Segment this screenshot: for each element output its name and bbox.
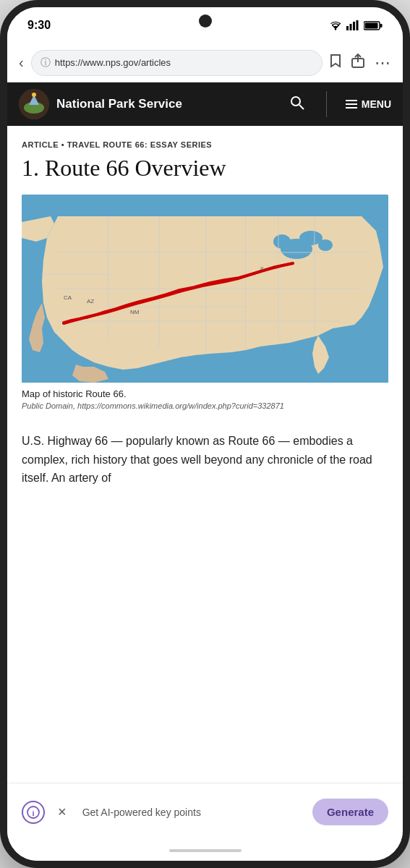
nps-menu-button[interactable]: MENU xyxy=(337,98,391,110)
home-indicator xyxy=(7,841,403,861)
article-title: 1. Route 66 Overview xyxy=(22,155,388,182)
svg-rect-2 xyxy=(350,24,352,30)
map-caption: Map of historic Route 66. xyxy=(22,388,388,399)
browser-bar: ‹ ⓘ https://www.nps.gov/articles ⋯ xyxy=(7,43,403,82)
status-time: 9:30 xyxy=(27,19,51,32)
svg-rect-1 xyxy=(346,26,349,30)
svg-text:NM: NM xyxy=(130,309,140,315)
svg-point-19 xyxy=(318,239,333,251)
signal-icon xyxy=(346,20,359,30)
route66-map: IL NM AZ CA xyxy=(22,195,388,383)
generate-button[interactable]: Generate xyxy=(312,799,388,825)
svg-point-13 xyxy=(291,97,300,106)
phone-frame: 9:30 ‹ xyxy=(0,0,410,868)
map-credit: Public Domain, https://commons.wikimedia… xyxy=(22,401,388,412)
article-body-text: U.S. Highway 66 — popularly known as Rou… xyxy=(22,432,388,488)
url-text: https://www.nps.gov/articles xyxy=(55,57,313,68)
article-tag: ARTICLE • TRAVEL ROUTE 66: ESSAY SERIES xyxy=(22,140,388,149)
map-container: IL NM AZ CA Map of historic Route 66. Pu… xyxy=(22,195,388,425)
svg-text:i: i xyxy=(32,808,34,817)
nps-title: National Park Service xyxy=(56,97,283,111)
svg-point-0 xyxy=(335,28,336,30)
home-bar xyxy=(169,849,242,852)
back-button[interactable]: ‹ xyxy=(19,54,24,71)
svg-point-17 xyxy=(273,234,291,249)
close-button[interactable]: × xyxy=(52,801,72,823)
battery-icon xyxy=(364,21,383,30)
bottom-ai-bar: i × Get AI-powered key points Generate xyxy=(7,783,403,841)
svg-line-14 xyxy=(299,105,304,109)
ai-info-icon: i xyxy=(22,801,45,824)
browser-actions: ⋯ xyxy=(330,54,391,72)
ai-label: Get AI-powered key points xyxy=(82,807,305,818)
svg-rect-7 xyxy=(365,22,378,28)
svg-text:AZ: AZ xyxy=(87,298,94,305)
svg-rect-4 xyxy=(356,20,359,30)
menu-label: MENU xyxy=(362,98,391,110)
article-content: ARTICLE • TRAVEL ROUTE 66: ESSAY SERIES … xyxy=(7,126,403,783)
wifi-icon xyxy=(329,21,342,30)
nps-logo xyxy=(19,89,49,119)
svg-rect-6 xyxy=(380,24,383,27)
nav-divider xyxy=(326,91,327,117)
svg-rect-3 xyxy=(353,22,355,30)
share-button[interactable] xyxy=(351,54,364,72)
menu-lines-icon xyxy=(346,100,357,109)
url-info-icon: ⓘ xyxy=(40,56,51,69)
camera-notch xyxy=(199,14,212,27)
svg-point-12 xyxy=(32,93,36,97)
bookmark-button[interactable] xyxy=(330,54,341,72)
nps-nav-bar: National Park Service MENU xyxy=(7,82,403,126)
url-bar[interactable]: ⓘ https://www.nps.gov/articles xyxy=(31,50,323,76)
svg-text:CA: CA xyxy=(64,294,72,301)
nps-search-button[interactable] xyxy=(290,95,304,114)
svg-text:IL: IL xyxy=(260,265,265,272)
status-icons xyxy=(329,20,383,30)
more-button[interactable]: ⋯ xyxy=(375,54,391,72)
